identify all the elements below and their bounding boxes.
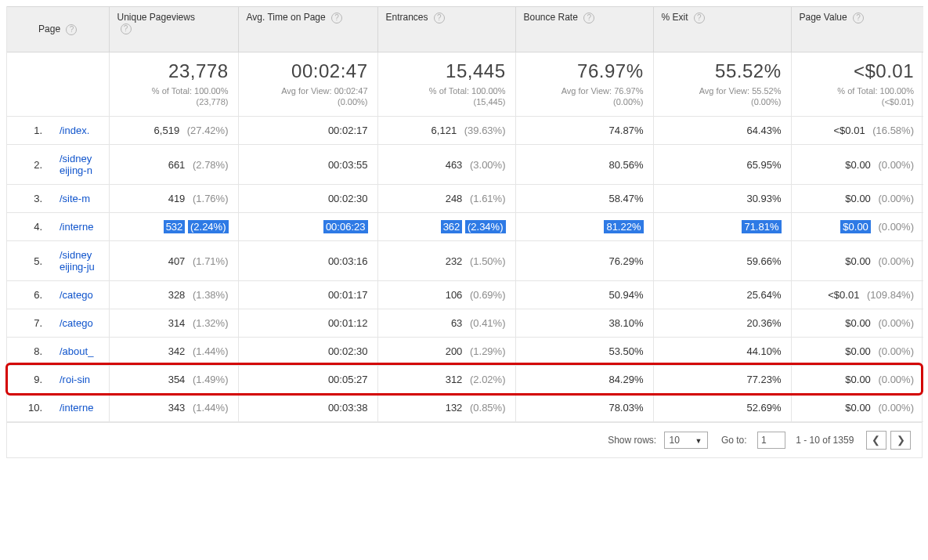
bounce-cell: 38.10% [515, 309, 653, 338]
help-icon[interactable]: ? [121, 23, 132, 34]
help-icon[interactable]: ? [694, 13, 705, 23]
table-row: 7./catego314 (1.32%)00:01:1263 (0.41%)38… [7, 309, 923, 338]
table-row: 8./about_342 (1.44%)00:02:30200 (1.29%)5… [7, 338, 923, 366]
summary-entrances: 15,445 % of Total: 100.00%(15,445) [377, 52, 515, 117]
avg-time-cell: 00:03:16 [238, 241, 377, 281]
unique-pageviews-cell: 407 (1.71%) [109, 241, 238, 281]
table-row: 10./interne343 (1.44%)00:03:38132 (0.85%… [7, 394, 923, 422]
exit-cell: 71.81% [653, 213, 791, 241]
row-index: 10. [7, 394, 50, 422]
unique-pageviews-cell: 343 (1.44%) [109, 394, 238, 422]
col-page-value[interactable]: Page Value [800, 12, 847, 23]
bounce-cell: 76.29% [515, 241, 653, 281]
page-value-cell: <$0.01 (109.84%) [791, 281, 923, 309]
entrances-cell: 362 (2.34%) [377, 213, 515, 241]
page-value-cell: $0.00 (0.00%) [791, 338, 923, 366]
row-index: 4. [7, 213, 50, 241]
col-entrances[interactable]: Entrances [386, 12, 428, 23]
entrances-cell: 6,121 (39.63%) [377, 117, 515, 145]
page-cell: /catego [50, 281, 109, 309]
show-rows-label: Show rows: [608, 435, 656, 446]
row-index: 7. [7, 309, 50, 338]
page-link[interactable]: /interne [60, 221, 93, 233]
avg-time-cell: 00:03:55 [238, 145, 377, 185]
chevron-down-icon: ▼ [695, 437, 702, 445]
avg-time-cell: 00:02:30 [238, 338, 377, 366]
summary-unique-pageviews: 23,778 % of Total: 100.00%(23,778) [109, 52, 238, 117]
help-icon[interactable]: ? [66, 24, 77, 35]
col-unique-pageviews[interactable]: Unique Pageviews [117, 12, 195, 23]
help-icon[interactable]: ? [331, 13, 342, 23]
column-headers: Page ? Unique Pageviews ? Avg. Time on P… [7, 7, 923, 52]
exit-cell: 25.64% [653, 281, 791, 309]
summary-pct-exit: 55.52% Avg for View: 55.52%(0.00%) [653, 52, 791, 117]
unique-pageviews-cell: 419 (1.76%) [109, 185, 238, 213]
range-text: 1 - 10 of 1359 [796, 435, 854, 446]
col-page[interactable]: Page [38, 23, 60, 34]
help-icon[interactable]: ? [434, 13, 445, 23]
summary-avg-time: 00:02:47 Avg for View: 00:02:47(0.00%) [238, 52, 377, 117]
avg-time-cell: 00:01:17 [238, 281, 377, 309]
page-value-cell: $0.00 (0.00%) [791, 394, 923, 422]
page-value-cell: $0.00 (0.00%) [791, 309, 923, 338]
help-icon[interactable]: ? [853, 13, 864, 23]
entrances-cell: 200 (1.29%) [377, 338, 515, 366]
page-cell: /index. [50, 117, 109, 145]
table-row: 2./sidney eijing-n661 (2.78%)00:03:55463… [7, 145, 923, 185]
page-link[interactable]: /catego [60, 289, 93, 301]
exit-cell: 44.10% [653, 338, 791, 366]
bounce-cell: 58.47% [515, 185, 653, 213]
exit-cell: 30.93% [653, 185, 791, 213]
unique-pageviews-cell: 314 (1.32%) [109, 309, 238, 338]
avg-time-cell: 00:05:27 [238, 366, 377, 394]
page-link[interactable]: /catego [60, 317, 93, 329]
page-cell: /site-m [50, 185, 109, 213]
page-cell: /catego [50, 309, 109, 338]
next-button[interactable]: ❯ [890, 431, 911, 450]
page-value-cell: $0.00 (0.00%) [791, 241, 923, 281]
page-link[interactable]: /sidney eijing-n [60, 153, 92, 176]
page-value-cell: $0.00 (0.00%) [791, 366, 923, 394]
col-avg-time[interactable]: Avg. Time on Page [247, 12, 326, 23]
show-rows-select[interactable]: 10 ▼ [664, 432, 708, 449]
unique-pageviews-cell: 661 (2.78%) [109, 145, 238, 185]
bounce-cell: 50.94% [515, 281, 653, 309]
row-index: 9. [7, 366, 50, 394]
summary-page-value: <$0.01 % of Total: 100.00%(<$0.01) [791, 52, 923, 117]
table-row: 6./catego328 (1.38%)00:01:17106 (0.69%)5… [7, 281, 923, 309]
page-link[interactable]: /sidney eijing-ju [60, 249, 95, 273]
page-link[interactable]: /about_ [60, 345, 93, 357]
page-link[interactable]: /site-m [60, 193, 90, 204]
exit-cell: 20.36% [653, 309, 791, 338]
entrances-cell: 106 (0.69%) [377, 281, 515, 309]
page-cell: /sidney eijing-n [50, 145, 109, 185]
page-link[interactable]: /interne [60, 402, 93, 414]
page-cell: /roi-sin [50, 366, 109, 394]
goto-label: Go to: [721, 435, 747, 446]
bounce-cell: 53.50% [515, 338, 653, 366]
bounce-cell: 78.03% [515, 394, 653, 422]
bounce-cell: 80.56% [515, 145, 653, 185]
exit-cell: 52.69% [653, 394, 791, 422]
entrances-cell: 63 (0.41%) [377, 309, 515, 338]
help-icon[interactable]: ? [583, 13, 594, 23]
goto-input[interactable]: 1 [757, 432, 785, 449]
page-value-cell: $0.00 (0.00%) [791, 145, 923, 185]
exit-cell: 77.23% [653, 366, 791, 394]
avg-time-cell: 00:02:30 [238, 185, 377, 213]
table-row: 1./index.6,519 (27.42%)00:02:176,121 (39… [7, 117, 923, 145]
col-bounce-rate[interactable]: Bounce Rate [524, 12, 578, 23]
page-value-cell: $0.00 (0.00%) [791, 213, 923, 241]
unique-pageviews-cell: 328 (1.38%) [109, 281, 238, 309]
page-link[interactable]: /index. [60, 125, 89, 136]
unique-pageviews-cell: 6,519 (27.42%) [109, 117, 238, 145]
table-footer: Show rows: 10 ▼ Go to: 1 1 - 10 of 1359 … [7, 422, 922, 457]
row-index: 5. [7, 241, 50, 281]
page-link[interactable]: /roi-sin [60, 374, 90, 385]
row-index: 3. [7, 185, 50, 213]
col-pct-exit[interactable]: % Exit [662, 12, 688, 23]
bounce-cell: 74.87% [515, 117, 653, 145]
entrances-cell: 312 (2.02%) [377, 366, 515, 394]
entrances-cell: 232 (1.50%) [377, 241, 515, 281]
prev-button[interactable]: ❮ [866, 431, 886, 450]
